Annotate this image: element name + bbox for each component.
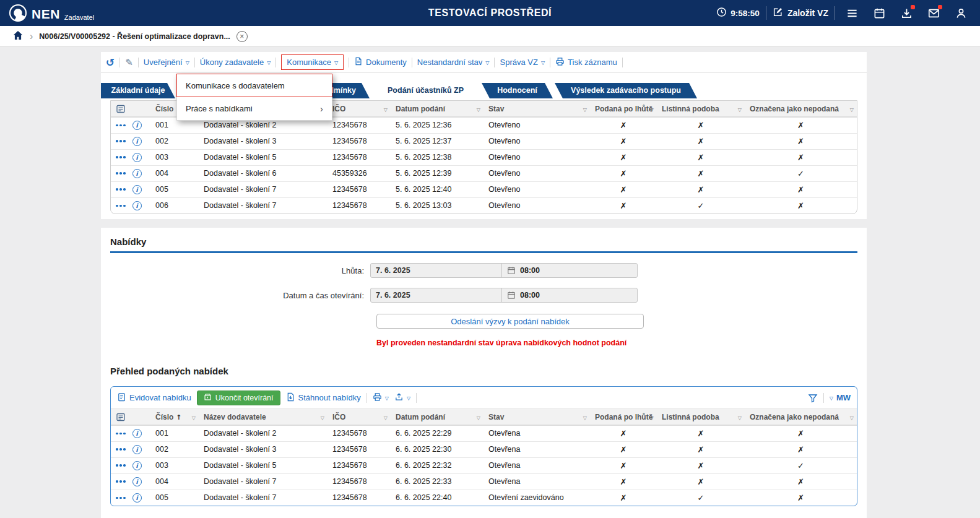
col-oznacena-nepodana[interactable]: Označena jako nepodaná — [745, 101, 857, 117]
edit-icon[interactable] — [125, 57, 133, 68]
filter-icon[interactable] — [477, 105, 480, 113]
info-icon[interactable]: i — [132, 169, 142, 178]
table-row[interactable]: i 003 Dodavatel - školení 5 12345678 5. … — [111, 149, 857, 165]
table-row[interactable]: i 005 Dodavatel - školení 7 12345678 6. … — [111, 490, 857, 506]
info-icon[interactable]: i — [132, 429, 142, 438]
table-row[interactable]: i 005 Dodavatel - školení 7 12345678 5. … — [111, 181, 857, 197]
export-table-button[interactable] — [394, 392, 410, 404]
col-oznacena-nepodana[interactable]: Označena jako nepodaná — [745, 409, 857, 425]
menu-button[interactable] — [841, 2, 862, 24]
table-row[interactable]: i 002 Dodavatel - školení 3 12345678 6. … — [111, 441, 857, 457]
filter-icon[interactable] — [650, 413, 654, 421]
filter-icon[interactable] — [650, 105, 654, 113]
app-logo[interactable]: NEN Zadavatel — [9, 4, 94, 22]
deadline-date-input[interactable]: 7. 6. 2025 — [371, 264, 502, 277]
table-row[interactable]: i 001 Dodavatel - školení 2 12345678 6. … — [111, 425, 857, 441]
tab-hodnoceni[interactable]: Hodnocení — [482, 83, 553, 98]
filter-icon[interactable] — [477, 413, 480, 421]
tab-vysledek[interactable]: Výsledek zadávacího postupu — [555, 83, 697, 98]
filter-icon[interactable] — [738, 413, 742, 421]
filter-icon[interactable] — [738, 105, 742, 113]
filter-icon[interactable] — [192, 413, 196, 421]
info-icon[interactable]: i — [132, 137, 142, 146]
menu-sprava-vz[interactable]: Správa VZ — [500, 58, 545, 67]
breadcrumb-record-title[interactable]: N006/25/V00005292 - Řešení optimalizace … — [39, 32, 230, 41]
table-row[interactable]: i 004 Dodavatel - školení 7 12345678 6. … — [111, 473, 857, 490]
calendar-button[interactable] — [869, 2, 890, 24]
filter-funnel-icon[interactable] — [808, 393, 818, 403]
opening-field[interactable]: 7. 6. 2025 08:00 — [370, 288, 638, 303]
row-menu-icon[interactable] — [116, 433, 126, 435]
opening-date-input[interactable]: 7. 6. 2025 — [371, 288, 502, 302]
row-menu-icon[interactable] — [116, 464, 126, 467]
menu-komunikace[interactable]: Komunikace — [281, 54, 344, 70]
col-podana-po-lhute[interactable]: Podaná po lhůtě — [590, 409, 657, 425]
filter-icon[interactable] — [583, 105, 587, 113]
row-menu-icon[interactable] — [116, 205, 126, 207]
row-menu-icon[interactable] — [116, 497, 126, 499]
filter-icon[interactable] — [850, 413, 854, 421]
messages-button[interactable] — [923, 2, 944, 24]
col-stav[interactable]: Stav — [483, 101, 590, 117]
create-vz-button[interactable]: Založit VZ — [773, 7, 828, 19]
col-cislo[interactable]: Číslo — [150, 409, 199, 425]
row-menu-icon[interactable] — [116, 124, 126, 127]
history-undo-icon[interactable] — [106, 56, 115, 69]
col-datum[interactable]: Datum podání — [391, 101, 483, 117]
filter-icon[interactable] — [384, 413, 388, 421]
downloads-button[interactable] — [896, 2, 917, 24]
deadline-time-input[interactable]: 08:00 — [502, 266, 637, 275]
info-icon[interactable]: i — [132, 185, 142, 194]
menu-ukony-zadavatele[interactable]: Úkony zadavatele — [200, 58, 271, 67]
menu-item-prace-s-nabidkami[interactable]: Práce s nabídkami — [176, 97, 332, 121]
row-menu-icon[interactable] — [116, 140, 126, 142]
view-selector[interactable]: MW — [830, 393, 851, 402]
row-menu-icon[interactable] — [116, 156, 126, 158]
col-listinna-podoba[interactable]: Listinná podoba — [657, 409, 745, 425]
info-icon[interactable]: i — [132, 121, 142, 130]
filter-icon[interactable] — [384, 105, 388, 113]
col-ico[interactable]: IČO — [327, 101, 391, 117]
table-row[interactable]: i 003 Dodavatel - školení 5 12345678 6. … — [111, 457, 857, 473]
col-nazev[interactable]: Název dodavatele — [199, 409, 327, 425]
menu-tisk-zaznamu[interactable]: Tisk záznamu — [555, 57, 617, 68]
column-settings-icon[interactable] — [116, 412, 150, 422]
opening-time-input[interactable]: 08:00 — [502, 291, 637, 300]
tab-zakladni-udaje[interactable]: Základní údaje — [101, 83, 175, 98]
filter-icon[interactable] — [321, 413, 324, 421]
evidovat-nabidku-button[interactable]: Evidovat nabídku — [117, 392, 191, 404]
send-invitation-button[interactable]: Odeslání výzvy k podání nabídek — [376, 314, 644, 329]
menu-dokumenty[interactable]: Dokumenty — [354, 57, 407, 67]
menu-nestandardni-stav[interactable]: Nestandardní stav — [417, 58, 490, 67]
col-podana-po-lhute[interactable]: Podaná po lhůtě — [590, 101, 657, 117]
info-icon[interactable]: i — [132, 445, 142, 454]
home-icon[interactable] — [12, 30, 24, 43]
table-row[interactable]: i 004 Dodavatel - školení 6 45359326 5. … — [111, 165, 857, 181]
table-row[interactable]: i 006 Dodavatel - školení 7 12345678 5. … — [111, 197, 857, 214]
row-menu-icon[interactable] — [116, 172, 126, 175]
info-icon[interactable]: i — [132, 153, 142, 162]
print-table-button[interactable] — [373, 392, 389, 404]
col-datum[interactable]: Datum podání — [391, 409, 483, 425]
row-menu-icon[interactable] — [116, 448, 126, 451]
info-icon[interactable]: i — [132, 201, 142, 210]
row-menu-icon[interactable] — [116, 188, 126, 191]
menu-uverejneni[interactable]: Uveřejnění — [144, 58, 189, 67]
tab-podani-ucastniku-zp[interactable]: Podání účastníků ZP — [371, 83, 480, 98]
ukoncit-otevirani-button[interactable]: Ukončit otevírání — [197, 391, 280, 405]
info-icon[interactable]: i — [132, 493, 142, 503]
stahnout-nabidky-button[interactable]: Stáhnout nabídky — [286, 392, 361, 404]
col-ico[interactable]: IČO — [327, 409, 391, 425]
table-row[interactable]: i 002 Dodavatel - školení 3 12345678 5. … — [111, 133, 857, 149]
deadline-field[interactable]: 7. 6. 2025 08:00 — [370, 263, 638, 278]
menu-item-komunikace-s-dodavatelem[interactable]: Komunikace s dodavatelem — [176, 74, 332, 97]
col-stav[interactable]: Stav — [483, 409, 590, 425]
filter-icon[interactable] — [583, 413, 587, 421]
close-record-icon[interactable] — [236, 31, 248, 42]
profile-button[interactable] — [950, 2, 971, 24]
info-icon[interactable]: i — [132, 477, 142, 486]
col-listinna-podoba[interactable]: Listinná podoba — [657, 101, 745, 117]
row-menu-icon[interactable] — [116, 480, 126, 483]
column-settings-icon[interactable] — [116, 104, 150, 114]
filter-icon[interactable] — [850, 105, 854, 113]
